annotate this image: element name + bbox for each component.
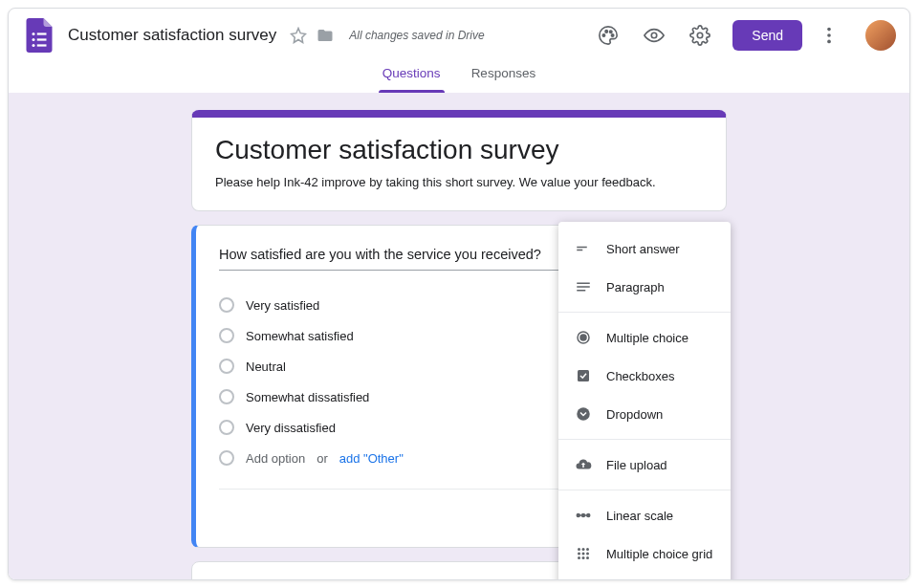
svg-point-9 — [612, 34, 614, 36]
option-label[interactable]: Somewhat satisfied — [246, 329, 354, 343]
radio-icon — [219, 420, 234, 435]
menu-separator — [558, 490, 731, 490]
svg-point-14 — [827, 40, 831, 44]
svg-rect-5 — [37, 44, 47, 46]
form-canvas: Customer satisfaction survey Please help… — [9, 93, 909, 579]
qtype-multiple-choice[interactable]: Multiple choice — [558, 318, 731, 357]
palette-icon[interactable] — [589, 16, 627, 54]
option-label[interactable]: Neutral — [246, 359, 286, 374]
radio-icon — [219, 450, 234, 466]
svg-point-30 — [582, 548, 585, 551]
radio-icon — [219, 297, 234, 313]
svg-point-24 — [577, 407, 590, 421]
qtype-cb-grid[interactable]: Checkbox grid — [558, 573, 731, 579]
qtype-label: Linear scale — [606, 509, 673, 523]
short-answer-icon — [574, 239, 593, 258]
svg-rect-1 — [37, 33, 47, 34]
svg-rect-18 — [577, 283, 590, 285]
svg-rect-3 — [37, 38, 47, 40]
dropdown-icon — [574, 404, 593, 424]
account-avatar[interactable] — [865, 20, 896, 51]
add-option-label[interactable]: Add option — [246, 451, 305, 466]
svg-point-31 — [586, 548, 589, 551]
svg-point-0 — [33, 33, 35, 35]
menu-separator — [558, 439, 731, 440]
svg-point-8 — [610, 31, 612, 33]
svg-point-10 — [652, 33, 658, 38]
qtype-label: Multiple choice — [606, 331, 688, 345]
save-status: All changes saved in Drive — [349, 29, 484, 42]
question-text-input[interactable]: How satisfied are you with the service y… — [219, 247, 567, 271]
header-bar: Customer satisfaction survey All changes… — [9, 9, 909, 62]
send-button[interactable]: Send — [732, 20, 802, 51]
qtype-short-answer[interactable]: Short answer — [558, 229, 731, 268]
more-menu-icon[interactable] — [810, 16, 848, 54]
svg-rect-20 — [577, 290, 585, 292]
radio-icon — [219, 328, 234, 343]
tab-responses[interactable]: Responses — [468, 62, 540, 93]
svg-point-12 — [827, 28, 831, 32]
qtype-linear-scale[interactable]: Linear scale — [558, 496, 731, 534]
option-label[interactable]: Somewhat dissatisfied — [246, 390, 369, 404]
menu-separator — [558, 312, 731, 313]
svg-point-35 — [578, 556, 580, 559]
qtype-label: File upload — [606, 458, 667, 472]
svg-point-29 — [578, 548, 580, 551]
tab-bar: Questions Responses — [9, 62, 909, 93]
add-other-link[interactable]: add "Other" — [339, 451, 404, 466]
svg-point-36 — [582, 556, 585, 559]
settings-icon[interactable] — [681, 16, 719, 54]
svg-point-33 — [582, 553, 585, 555]
radio-filled-icon — [574, 328, 593, 347]
folder-icon[interactable] — [317, 27, 334, 44]
form-title[interactable]: Customer satisfaction survey — [215, 135, 703, 165]
svg-point-22 — [580, 335, 586, 340]
svg-point-26 — [577, 514, 579, 517]
radio-icon — [219, 359, 234, 374]
checkbox-icon — [574, 366, 593, 385]
svg-point-13 — [827, 33, 831, 37]
qtype-label: Multiple choice grid — [606, 547, 712, 561]
svg-point-7 — [605, 31, 607, 33]
qtype-file-upload[interactable]: File upload — [558, 446, 731, 484]
svg-point-28 — [587, 514, 590, 517]
qtype-label: Paragraph — [606, 280, 665, 294]
qtype-checkboxes[interactable]: Checkboxes — [558, 357, 731, 395]
option-label[interactable]: Very dissatisfied — [246, 421, 336, 435]
svg-point-6 — [603, 34, 605, 36]
svg-point-27 — [582, 514, 585, 517]
svg-point-34 — [586, 553, 589, 555]
svg-point-2 — [33, 38, 35, 41]
svg-point-37 — [586, 556, 589, 559]
tab-questions[interactable]: Questions — [379, 62, 445, 93]
qtype-label: Dropdown — [606, 407, 663, 422]
svg-rect-16 — [577, 247, 587, 249]
svg-rect-19 — [577, 286, 590, 288]
option-label[interactable]: Very satisfied — [246, 298, 319, 313]
or-label: or — [317, 451, 328, 466]
paragraph-icon — [574, 277, 593, 296]
cloud-upload-icon — [574, 455, 593, 474]
question-type-menu: Short answer Paragraph Multiple choice C… — [558, 222, 731, 579]
svg-point-32 — [578, 553, 580, 555]
svg-point-4 — [33, 44, 35, 47]
preview-icon[interactable] — [635, 16, 673, 54]
radio-icon — [219, 389, 234, 404]
svg-rect-17 — [577, 250, 582, 251]
qtype-dropdown[interactable]: Dropdown — [558, 395, 731, 433]
form-description[interactable]: Please help Ink-42 improve by taking thi… — [215, 175, 703, 189]
qtype-label: Checkboxes — [606, 369, 675, 383]
qtype-label: Short answer — [606, 242, 680, 256]
svg-rect-23 — [578, 370, 589, 381]
qtype-paragraph[interactable]: Paragraph — [558, 268, 731, 306]
forms-app-icon[interactable] — [22, 18, 56, 53]
document-title[interactable]: Customer satisfaction survey — [64, 24, 280, 47]
linear-scale-icon — [574, 506, 593, 525]
qtype-mc-grid[interactable]: Multiple choice grid — [558, 534, 731, 573]
svg-point-11 — [698, 33, 704, 38]
star-icon[interactable] — [290, 27, 307, 44]
form-header-card[interactable]: Customer satisfaction survey Please help… — [191, 110, 727, 211]
grid-circles-icon — [574, 544, 593, 563]
